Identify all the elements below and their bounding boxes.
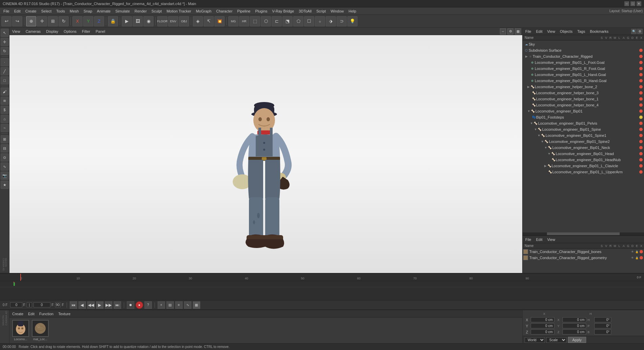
menu-character[interactable]: Character [214,8,234,14]
redo-button[interactable]: ↪ [12,16,22,26]
obj-row-r-hand-goal[interactable]: ⊕ Locomotive_engineer_Bip01_R_Hand.Goal [523,78,644,84]
tool-smooth[interactable]: ~ [1,124,9,132]
viewport-layout[interactable]: ▦ [515,28,521,34]
tool-symmetry[interactable]: ⊟ [1,144,9,152]
extrude-button[interactable]: ⬗ [326,16,336,26]
coord-z-val3[interactable] [594,329,611,334]
goto-end-button[interactable]: ⏭ [114,301,121,309]
bend-button[interactable]: ↸ [204,16,214,26]
obj-row-spine2[interactable]: ▼ 🦴 Locomotive_engineer_Bip01_Spine2 [523,139,644,145]
tree-expand-2[interactable]: ▶ [527,85,530,89]
tree-expand-bip01[interactable]: ▼ [527,109,530,113]
obj-row-helper-bone-3[interactable]: 🦴 Locomotive_engineer_helper_bone_3 [523,90,644,96]
light-button[interactable]: 💡 [347,16,358,26]
material-button[interactable]: ◈ [193,16,203,26]
objmgr-search-icon[interactable]: 🔍 [631,29,637,34]
y-axis-button[interactable]: Y [83,16,93,26]
menu-motion-tracker[interactable]: Motion Tracker [164,8,193,14]
menu-edit[interactable]: Edit [12,8,23,14]
loft-button[interactable]: ⬦ [315,16,325,26]
matmgr-view-menu[interactable]: View [546,237,557,242]
matmgr-file-menu[interactable]: File [524,237,533,242]
menu-vray[interactable]: V-Ray Bridge [270,8,296,14]
apply-button[interactable]: Apply [568,337,586,343]
tool-select[interactable]: ↖ [1,29,9,37]
goto-start-button[interactable]: ⏮ [70,301,77,309]
mat-eye-icon[interactable]: 👁 [630,250,635,254]
obj-row-l-clavicle[interactable]: ▶ 🦴 Locomotive_engineer_Bip01_L_Clavicle [523,163,644,169]
z-axis-button[interactable]: Z [94,16,104,26]
scrollbar-thumb[interactable] [547,232,620,235]
motion-clip-button[interactable]: ▤ [166,301,174,309]
obj-row-train-conductor[interactable]: ▶ ○ Train_Conductor_Character_Rigged [523,53,644,59]
frame-start-input[interactable] [10,302,22,307]
timeline-button[interactable]: ≡ [175,301,183,309]
play-button[interactable]: ▶ [96,301,104,309]
menu-plugins[interactable]: Plugins [253,8,269,14]
tool-points[interactable]: · [1,58,9,66]
tool-move[interactable]: ✛ [1,38,9,46]
record-motion-button[interactable]: ? [144,301,152,309]
tool-null[interactable]: ⊙ [1,153,9,161]
tree-expand-spine[interactable]: ▼ [534,128,537,131]
obj-row-headnub[interactable]: 🦴 Locomotive_engineer_Bip01_HeadNub [523,157,644,163]
menu-pipeline[interactable]: Pipeline [235,8,252,14]
obj-row-spine1[interactable]: ▼ 🦴 Locomotive_engineer_Bip01_Spine1 [523,132,644,139]
sweep-button[interactable]: ⊃ [337,16,347,26]
mat-row-bones[interactable]: Train_Conductor_Character_Rigged_bones 👁… [523,249,644,255]
play-reverse-button[interactable]: ◀◀ [87,301,95,309]
tool-light[interactable]: ★ [1,181,9,189]
content-create-menu[interactable]: Create [11,311,25,316]
viewport-maximize[interactable]: ↔ [500,28,506,34]
fcurve-button[interactable]: ∿ [184,301,191,309]
viewport-settings[interactable]: ⚙ [507,28,513,34]
objmgr-file-menu[interactable]: File [524,29,533,34]
menu-3dtoall[interactable]: 3DToAll [297,8,314,14]
menu-file[interactable]: File [1,8,12,14]
close-button[interactable]: ✕ [637,1,641,6]
menu-tools[interactable]: Tools [54,8,67,14]
content-edit-menu[interactable]: Edit [27,311,36,316]
mat-eye2-icon[interactable]: 👁 [630,256,635,260]
tool-attract[interactable]: $ [1,106,9,114]
objmgr-tags-menu[interactable]: Tags [576,29,586,34]
menu-mesh[interactable]: Mesh [68,8,81,14]
objmgr-bookmarks-menu[interactable]: Bookmarks [589,29,610,34]
obj-row-helper-bone-1[interactable]: 🦴 Locomotive_engineer_helper_bone_1 [523,96,644,102]
menu-simulate[interactable]: Simulate [113,8,132,14]
render-picture-button[interactable]: 🖼 [133,16,143,26]
obj-row-spine[interactable]: ▼ 🦴 Locomotive_engineer_Bip01_Spine [523,126,644,132]
tool-sculpt[interactable]: ≋ [1,97,9,105]
timeline-tracks[interactable] [0,281,644,300]
tool-array[interactable]: ⊞ [1,135,9,143]
minimize-button[interactable]: ─ [624,1,629,6]
step-forward-button[interactable]: ▶▶ [105,301,112,309]
auto-key-button[interactable]: + [158,301,165,309]
coord-x-pos2[interactable] [562,317,586,322]
coord-y-val3[interactable] [594,323,611,328]
undo-button[interactable]: ↩ [1,16,12,26]
tree-expand-neck[interactable]: ▼ [544,146,547,149]
viewport-menu-display[interactable]: Display [45,29,60,34]
coord-y-pos2[interactable] [562,323,586,328]
scale-mode-dropdown[interactable]: Scale Size [546,337,567,343]
menu-create[interactable]: Create [23,8,39,14]
menu-sculpt[interactable]: Sculpt [150,8,164,14]
viewport-menu-cameras[interactable]: Cameras [24,29,42,34]
obj-scrollbar[interactable] [523,232,644,235]
x-axis-button[interactable]: X [72,16,83,26]
mograph-button[interactable]: MG [228,16,238,26]
coord-x-pos[interactable] [531,317,554,322]
viewport-menu-panel[interactable]: Panel [94,29,107,34]
tree-expand-spine1[interactable]: ▼ [537,134,540,137]
content-texture-menu[interactable]: Texture [57,311,72,316]
obj-row-subdiv[interactable]: ⬡ Subdivision Surface [523,47,644,53]
obj-row-pelvis[interactable]: ▼ 🦴 Locomotive_engineer_Bip01_Pelvis [523,120,644,126]
tree-expand-1[interactable]: ▶ [525,55,528,58]
tree-expand-pelvis[interactable]: ▼ [530,122,533,125]
tool-polygons[interactable]: □ [1,76,9,84]
tool-camera[interactable]: 📷 [1,172,9,180]
render-viewport-button[interactable]: ◉ [143,16,154,26]
loop-button[interactable]: ⊏ [272,16,282,26]
obj-row-l-foot-goal[interactable]: ⊕ Locomotive_engineer_Bip01_L_Foot.Goal [523,59,644,66]
